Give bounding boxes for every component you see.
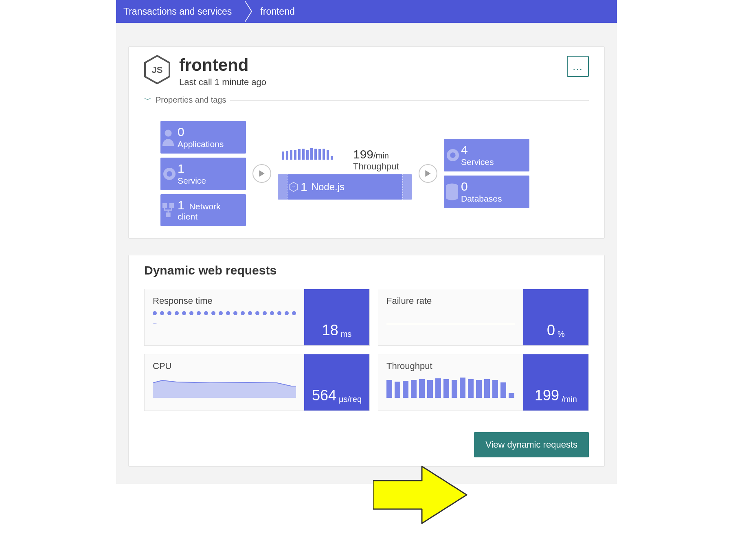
svg-rect-5 <box>162 203 167 208</box>
dynamic-web-requests-panel: Dynamic web requests Response time 18ms … <box>128 255 605 467</box>
svg-rect-6 <box>169 203 174 208</box>
metric-label: Throughput <box>386 361 515 371</box>
metric-card-cpu[interactable]: CPU 564µs/req <box>144 354 370 411</box>
flow-count: 1 <box>178 162 239 175</box>
svg-point-13 <box>450 152 455 158</box>
divider <box>230 101 589 101</box>
flow-label: Service <box>178 176 206 185</box>
flow-card-service[interactable]: 1 Service <box>160 158 246 190</box>
network-icon <box>161 202 175 218</box>
flow-card-databases[interactable]: 0 Databases <box>444 176 529 208</box>
svg-point-4 <box>167 171 172 176</box>
gear-icon <box>445 147 461 163</box>
flow-play-right[interactable] <box>419 164 437 183</box>
throughput-spark <box>386 376 515 400</box>
flow-count: 4 <box>461 143 523 156</box>
properties-toggle[interactable]: ﹀ Properties and tags <box>144 95 589 105</box>
flow-count: 0 <box>178 125 239 138</box>
gear-icon <box>161 166 178 182</box>
svg-text:JS: JS <box>152 65 163 75</box>
flow-card-services[interactable]: 4 Services <box>444 139 529 171</box>
view-dynamic-requests-button[interactable]: View dynamic requests <box>474 432 589 457</box>
metric-value: 18ms <box>304 289 369 345</box>
flow-count: 0 <box>461 180 523 193</box>
metric-label: Failure rate <box>386 296 515 306</box>
more-actions-button[interactable]: … <box>567 56 589 77</box>
service-flow: 0 Applications 1 Service 1 Network clien… <box>144 121 589 226</box>
svg-marker-8 <box>259 170 264 177</box>
breadcrumb-leaf[interactable]: frontend <box>244 6 294 17</box>
page-subtitle: Last call 1 minute ago <box>179 77 266 88</box>
cpu-spark <box>153 376 296 400</box>
user-icon <box>161 128 175 146</box>
metric-value: 564µs/req <box>304 354 369 411</box>
flow-node-bar[interactable]: JS 1 Node.js <box>278 174 412 200</box>
response-time-spark <box>153 311 296 336</box>
page-title: frontend <box>179 57 266 74</box>
section-title: Dynamic web requests <box>144 264 589 277</box>
throughput-sparkline <box>282 147 345 160</box>
flow-label: Applications <box>178 139 224 149</box>
nodejs-icon: JS <box>289 182 298 192</box>
metric-card-response-time[interactable]: Response time 18ms <box>144 289 370 346</box>
metric-card-failure-rate[interactable]: Failure rate 0% <box>378 289 589 346</box>
service-header-panel: … JS frontend Last call 1 minute ago ﹀ P… <box>128 46 605 239</box>
failure-rate-spark <box>386 310 515 335</box>
metric-value: 0% <box>523 289 588 345</box>
metric-card-throughput[interactable]: Throughput 199/min <box>378 354 589 411</box>
metric-label: CPU <box>153 361 296 371</box>
database-icon <box>445 183 459 201</box>
flow-label: Services <box>461 157 494 167</box>
flow-label: Databases <box>461 194 502 203</box>
breadcrumb: Transactions and services frontend <box>116 0 617 23</box>
play-icon <box>259 170 265 177</box>
flow-count: 1 <box>178 198 184 212</box>
breadcrumb-root[interactable]: Transactions and services <box>116 0 244 23</box>
play-icon <box>425 170 431 177</box>
properties-label: Properties and tags <box>156 95 226 105</box>
nodejs-icon: JS <box>144 55 170 84</box>
throughput-readout: 199/min Throughput <box>353 147 399 172</box>
svg-text:JS: JS <box>292 186 296 189</box>
chevron-down-icon: ﹀ <box>144 95 151 105</box>
flow-card-network-client[interactable]: 1 Network client <box>160 194 246 226</box>
svg-point-2 <box>165 130 172 137</box>
metric-value: 199/min <box>523 354 588 411</box>
svg-rect-7 <box>166 213 170 217</box>
metric-label: Response time <box>153 296 296 306</box>
flow-card-applications[interactable]: 0 Applications <box>160 121 246 154</box>
flow-play-left[interactable] <box>252 164 271 183</box>
svg-marker-11 <box>425 170 430 177</box>
